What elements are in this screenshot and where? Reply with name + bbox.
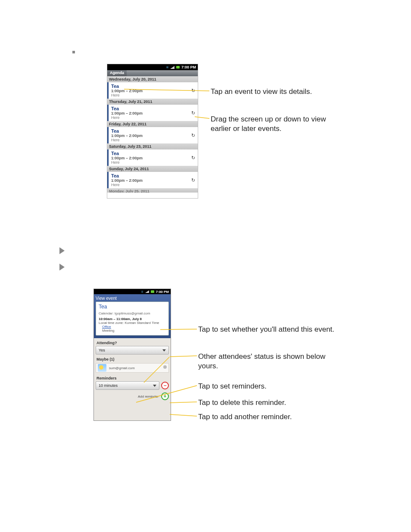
attendee-email: sum@gmail.com: [109, 366, 135, 370]
battery-icon: [151, 290, 154, 293]
status-bar: ≡ 7:00 PM: [94, 289, 171, 294]
recurring-icon: ↻: [191, 133, 195, 138]
event-title: Tea: [111, 128, 195, 134]
callout-text: Tap to add another reminder.: [198, 412, 292, 422]
reminders-label: Reminders: [94, 373, 171, 381]
signal-icon: [145, 290, 149, 293]
day-header: Sunday, July 24, 2011: [107, 166, 198, 172]
event-time: 1:00pm – 2:00pm: [111, 134, 195, 138]
callout-text: Tap to set whether you'll attend this ev…: [198, 325, 334, 334]
attending-dropdown[interactable]: Yes: [96, 346, 169, 355]
sync-icon: ≡: [141, 290, 143, 294]
callout-text: Tap to set reminders.: [198, 382, 267, 391]
description: Meeting: [99, 329, 166, 333]
event-location: Here: [111, 138, 195, 142]
event-time: 1:00pm – 2:00pm: [111, 111, 195, 115]
agenda-phone-screenshot: ≡ 7:00 PM Agenda Wednesday, July 20, 201…: [107, 64, 198, 199]
event-title: Tea: [111, 106, 195, 111]
event-card: Tea Calendar: lgoptimuss@gmail.com 10:00…: [96, 302, 169, 336]
reminder-dropdown[interactable]: 10 minutes: [96, 381, 159, 390]
event-time: 1:00pm – 2:00pm: [111, 156, 195, 160]
day-header: Saturday, July 23, 2011: [107, 143, 198, 149]
recurring-icon: ↻: [191, 155, 195, 161]
event-row[interactable]: Tea 1:00pm – 2:00pm Here ↻: [107, 172, 198, 188]
triangle-bullet: [59, 247, 65, 254]
reminder-value: 10 minutes: [99, 383, 118, 388]
sync-icon: ≡: [166, 65, 168, 69]
event-row[interactable]: Tea 1:00pm – 2:00pm Here ↻: [107, 82, 198, 99]
avatar: [98, 364, 106, 372]
agenda-list[interactable]: Wednesday, July 20, 2011 Tea 1:00pm – 2:…: [107, 76, 198, 193]
event-title: Tea: [111, 173, 195, 178]
svg-line-7: [170, 414, 197, 416]
delete-reminder-button[interactable]: −: [161, 382, 169, 389]
event-name: Tea: [99, 304, 166, 310]
tab-agenda[interactable]: Agenda: [107, 70, 127, 76]
callout-text: Tap an event to view its details.: [211, 87, 312, 96]
callout-text: Tap to delete this reminder.: [198, 398, 286, 408]
recurring-icon: ↻: [191, 88, 195, 93]
info-icon: [163, 365, 167, 369]
event-location: Here: [111, 93, 195, 97]
event-time: 1:00pm – 2:00pm: [111, 178, 195, 183]
screen-title: View event: [96, 296, 169, 302]
maybe-label: Maybe (1): [94, 355, 171, 362]
event-location: Here: [111, 183, 195, 187]
attending-label: Attending?: [94, 338, 171, 346]
recurring-icon: ↻: [191, 110, 195, 116]
bullet-square: [72, 51, 75, 53]
location-link[interactable]: Office: [99, 325, 166, 329]
event-location: Here: [111, 115, 195, 120]
day-header: Thursday, July 21, 2011: [107, 99, 198, 105]
event-time: 10:00am – 11:00am, July 8: [99, 317, 166, 321]
event-row[interactable]: Tea 1:00pm – 2:00pm Here ↻: [107, 105, 198, 121]
calendar-name: Calendar: lgoptimuss@gmail.com: [99, 311, 166, 315]
svg-line-6: [170, 402, 197, 403]
event-location: Here: [111, 160, 195, 165]
chevron-down-icon: [153, 385, 156, 387]
view-event-phone-screenshot: ≡ 7:00 PM View event Tea Calendar: lgopt…: [93, 289, 171, 421]
day-header: Friday, July 22, 2011: [107, 121, 198, 127]
day-header: Monday, July 25, 2011: [107, 188, 198, 193]
callout-text: Drag the screen up or down to view earli…: [211, 115, 344, 134]
statusbar-time: 7:00 PM: [156, 290, 169, 294]
event-title: Tea: [111, 151, 195, 156]
day-header: Wednesday, July 20, 2011: [107, 76, 198, 82]
title-area: View event Tea Calendar: lgoptimuss@gmai…: [94, 294, 171, 338]
triangle-bullet: [59, 264, 65, 271]
signal-icon: [170, 66, 174, 69]
attending-value: Yes: [99, 348, 105, 352]
status-bar: ≡ 7:00 PM: [107, 64, 198, 70]
statusbar-time: 7:00 PM: [181, 65, 196, 69]
event-row[interactable]: Tea 1:00pm – 2:00pm Here ↻: [107, 127, 198, 143]
recurring-icon: ↻: [191, 177, 195, 183]
battery-icon: [176, 66, 180, 68]
attendee-row[interactable]: sum@gmail.com: [96, 363, 169, 373]
add-reminder-button[interactable]: +: [161, 392, 169, 400]
add-reminder-label: Add reminder: [138, 395, 159, 398]
timezone: Local time zone: Korean Standard Time: [99, 321, 166, 325]
view-tabs[interactable]: Agenda: [107, 70, 198, 76]
chevron-down-icon: [162, 349, 166, 352]
event-title: Tea: [111, 84, 195, 89]
callout-text: Other attendees' status is shown below y…: [198, 352, 336, 371]
event-row[interactable]: Tea 1:00pm – 2:00pm Here ↻: [107, 149, 198, 166]
svg-line-3: [170, 356, 197, 357]
event-time: 1:00pm – 2:00pm: [111, 89, 195, 93]
